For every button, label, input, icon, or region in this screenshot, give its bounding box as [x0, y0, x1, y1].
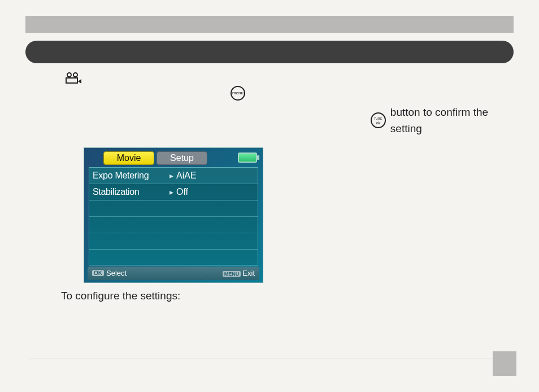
row-empty	[89, 233, 258, 250]
chevron-right-icon: ▸	[168, 171, 174, 180]
row-empty	[89, 250, 258, 266]
hint-exit: Exit	[242, 269, 255, 277]
row-empty	[89, 201, 258, 217]
hint-bar: OK Select MENUExit	[88, 267, 259, 280]
paragraph-line-1	[66, 72, 516, 85]
func-label-bottom: ok	[376, 121, 380, 125]
row-value: AiAE	[174, 171, 197, 181]
text-after-func-button: button to confirm the setting	[390, 104, 516, 137]
battery-icon	[238, 153, 257, 163]
menu-pill-icon: MENU	[223, 271, 241, 277]
settings-grid: Expo Metering ▸ AiAE Stabilization ▸ Off	[89, 167, 258, 265]
movie-mode-icon	[66, 72, 81, 85]
row-empty	[89, 217, 258, 233]
chevron-right-icon: ▸	[168, 188, 174, 197]
row-label: Stabilization	[89, 187, 168, 197]
footer-rule	[29, 359, 492, 359]
camera-screenshot: Movie Setup Expo Metering ▸ AiAE Stabili…	[84, 147, 516, 283]
row-value: Off	[174, 187, 188, 197]
paragraph-line-3: func ok button to confirm the setting	[368, 104, 516, 137]
ok-pill-icon: OK	[92, 270, 104, 276]
section-title-bar	[25, 41, 514, 63]
tab-setup[interactable]: Setup	[157, 151, 207, 165]
tab-movie[interactable]: Movie	[103, 151, 154, 165]
manual-page: menu func ok button to confirm the setti…	[0, 0, 539, 392]
paragraph-line-2: menu	[66, 86, 516, 101]
header-bar	[25, 16, 514, 33]
row-stabilization[interactable]: Stabilization ▸ Off	[89, 184, 258, 201]
menu-button-icon: menu	[231, 86, 245, 101]
caption-text: To configure the settings:	[61, 290, 516, 302]
tab-bar: Movie Setup	[103, 151, 207, 165]
func-ok-button-icon: func ok	[371, 112, 386, 128]
row-expo-metering[interactable]: Expo Metering ▸ AiAE	[89, 168, 258, 184]
hint-select: Select	[106, 269, 127, 277]
func-label-top: func	[375, 116, 382, 120]
row-label: Expo Metering	[89, 171, 168, 181]
page-number-block	[493, 351, 516, 376]
